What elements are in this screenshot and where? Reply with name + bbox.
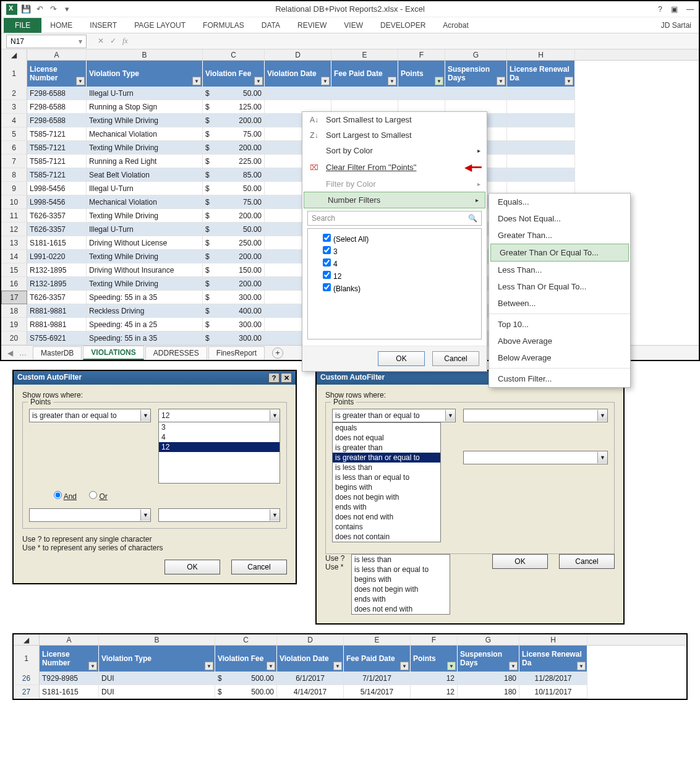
cell-license[interactable]: L998-5456	[27, 182, 87, 195]
col-F[interactable]: F	[411, 634, 458, 645]
row-header[interactable]: 2	[1, 87, 27, 100]
list-item[interactable]: 4	[159, 432, 280, 442]
dialog2-cancel-button[interactable]: Cancel	[559, 554, 615, 569]
dialog1-close-icon[interactable]: ✕	[281, 373, 292, 383]
filter-btn-A[interactable]: ▼	[88, 662, 97, 670]
cell-empty[interactable]	[398, 87, 445, 100]
operator-item[interactable]: is less than or equal to	[352, 565, 450, 574]
radio-or[interactable]: Or	[89, 491, 108, 501]
cell-type[interactable]: Speeding: 55 in a 35	[87, 291, 203, 304]
chk-blanks[interactable]	[323, 283, 331, 291]
filter-btn-B[interactable]: ▼	[205, 662, 213, 670]
col-F[interactable]: F	[398, 49, 445, 60]
chk-select-all[interactable]	[323, 234, 331, 242]
col-B[interactable]: B	[87, 49, 203, 60]
cell-type[interactable]: Illegal U-Turn	[87, 87, 203, 100]
filter-btn-D[interactable]: ▼	[321, 77, 330, 85]
cell-fee[interactable]: $200.00	[203, 250, 265, 263]
cell-license[interactable]: S755-6921	[27, 331, 87, 345]
filter-cancel-button[interactable]: Cancel	[432, 351, 479, 366]
dialog1-operator2-combo[interactable]: ▼	[29, 508, 151, 522]
tab-data[interactable]: DATA	[253, 19, 289, 32]
cell-empty[interactable]	[507, 155, 575, 168]
table-row[interactable]: 2F298-6588Illegal U-Turn$50.00	[1, 87, 699, 100]
combo-dropdown-icon[interactable]: ▼	[140, 410, 150, 421]
table-row[interactable]: 27S181-1615DUI$500.004/14/20175/14/20171…	[14, 685, 686, 699]
sheet-nav-prev-icon[interactable]: ◀	[7, 349, 13, 357]
dialog2-value-combo[interactable]: ▼	[463, 409, 608, 422]
operator-item[interactable]: does not begin with	[333, 492, 440, 502]
tab-review[interactable]: REVIEW	[289, 19, 335, 32]
table-row[interactable]: 26T929-8985DUI$500.006/1/20177/1/2017121…	[14, 672, 686, 685]
col-G[interactable]: G	[458, 634, 519, 645]
cell-type[interactable]: Speeding: 55 in a 35	[87, 331, 203, 345]
row-header[interactable]: 3	[1, 100, 27, 114]
dialog1-help-icon[interactable]: ?	[268, 373, 280, 383]
submenu-item[interactable]: Below Average	[489, 349, 630, 366]
col-A[interactable]: A	[27, 49, 87, 60]
cell-license[interactable]: T585-7121	[27, 141, 87, 155]
cell-type[interactable]: Texting While Driving	[87, 141, 203, 155]
cell-type[interactable]: Texting While Driving	[87, 277, 203, 291]
cell-type[interactable]: Texting While Driving	[87, 114, 203, 127]
col-E[interactable]: E	[344, 634, 411, 645]
row-header[interactable]: 8	[1, 168, 27, 182]
cell-license[interactable]: F298-6588	[27, 87, 87, 100]
sort-desc[interactable]: Z↓Sort Largest to Smallest	[302, 127, 487, 143]
cell-type[interactable]: Seat Belt Violation	[87, 168, 203, 182]
row-header[interactable]: 4	[1, 114, 27, 127]
cell-type[interactable]: DUI	[99, 672, 215, 685]
cell-fee[interactable]: $200.00	[203, 114, 265, 127]
sort-asc[interactable]: A↓Sort Smallest to Largest	[302, 112, 487, 127]
col-B[interactable]: B	[99, 634, 215, 645]
submenu-item[interactable]: Greater Than Or Equal To...	[490, 244, 629, 262]
chk-3[interactable]	[323, 246, 331, 254]
cell-fee[interactable]: $200.00	[203, 209, 265, 223]
tab-file[interactable]: FILE	[4, 18, 41, 33]
combo-dropdown-icon[interactable]: ▼	[140, 510, 150, 521]
row-header[interactable]: 20	[1, 331, 27, 345]
filter-btn-F-active[interactable]: ▼	[447, 662, 456, 670]
namebox-dropdown-icon[interactable]: ▾	[79, 37, 82, 46]
dialog2-value2-combo[interactable]: ▼	[463, 451, 608, 464]
submenu-item[interactable]: Less Than Or Equal To...	[489, 278, 630, 295]
combo-dropdown-icon[interactable]: ▼	[270, 410, 280, 421]
cell-empty[interactable]	[507, 168, 575, 182]
cell-fee[interactable]: $250.00	[203, 236, 265, 250]
filter-ok-button[interactable]: OK	[378, 351, 425, 366]
row-header[interactable]: 27	[14, 685, 40, 699]
cell-empty[interactable]	[507, 87, 575, 100]
qat-more-icon[interactable]: ▾	[62, 4, 72, 14]
dialog1-ok-button[interactable]: OK	[164, 560, 220, 574]
operator-item[interactable]: does not end with	[352, 604, 450, 614]
filter-search-box[interactable]: Search🔍	[307, 211, 482, 226]
filter-values-tree[interactable]: (Select All) 3 4 12 (Blanks)	[307, 228, 482, 339]
clear-filter[interactable]: ⌧Clear Filter From "Points"◀━━	[302, 158, 487, 176]
filter-item-3[interactable]: 3	[312, 245, 477, 257]
cell-license[interactable]: S181-1615	[27, 236, 87, 250]
tab-formulas[interactable]: FORMULAS	[194, 19, 253, 32]
cell-fee[interactable]: $500.00	[215, 685, 277, 699]
filter-btn-G[interactable]: ▼	[509, 662, 518, 670]
dialog2-operator-list-2[interactable]: is less thanis less than or equal tobegi…	[351, 554, 450, 615]
filter-item-4[interactable]: 4	[312, 257, 477, 270]
row-header[interactable]: 18	[1, 304, 27, 318]
filter-item-select-all[interactable]: (Select All)	[312, 233, 477, 245]
filter-btn-E[interactable]: ▼	[388, 77, 396, 85]
new-sheet-button[interactable]: ＋	[272, 348, 283, 359]
list-item[interactable]: 3	[159, 422, 280, 432]
cell-type[interactable]: Illegal U-Turn	[87, 182, 203, 195]
cell-fee[interactable]: $50.00	[203, 182, 265, 195]
col-G[interactable]: G	[445, 49, 507, 60]
redo-icon[interactable]: ↷	[48, 4, 58, 14]
cell-pdate[interactable]: 7/1/2017	[344, 672, 411, 685]
cell-susp[interactable]: 180	[458, 685, 519, 699]
cell-fee[interactable]: $50.00	[203, 87, 265, 100]
undo-icon[interactable]: ↶	[35, 4, 45, 14]
confirm-entry-icon[interactable]: ✓	[110, 36, 116, 46]
row-header[interactable]: 7	[1, 155, 27, 168]
chk-4[interactable]	[323, 258, 331, 267]
cell-license[interactable]: L998-5456	[27, 195, 87, 209]
cell-empty[interactable]	[507, 141, 575, 155]
cell-points[interactable]: 12	[411, 672, 458, 685]
